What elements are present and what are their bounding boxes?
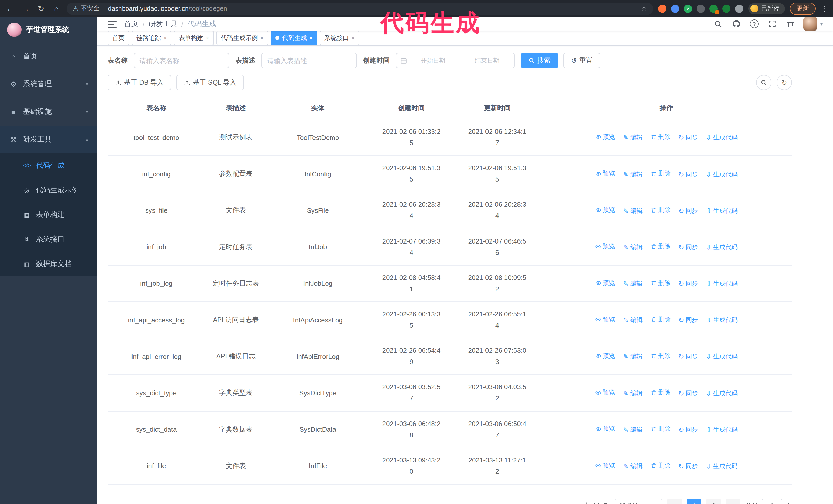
sync-link[interactable]: ↻ 同步 — [679, 280, 698, 288]
close-icon[interactable]: × — [206, 35, 209, 41]
forward-icon[interactable]: → — [21, 4, 31, 13]
generate-code-link[interactable]: ⇩ 生成代码 — [706, 353, 738, 361]
generate-code-link[interactable]: ⇩ 生成代码 — [706, 243, 738, 252]
sidebar-item-codegen-example[interactable]: ◎ 代码生成示例 — [0, 178, 97, 202]
tab-form-builder[interactable]: 表单构建× — [174, 31, 214, 45]
refresh-table-button[interactable]: ↻ — [777, 75, 792, 90]
sidebar-item-codegen[interactable]: </> 代码生成 — [0, 153, 97, 178]
generate-code-link[interactable]: ⇩ 生成代码 — [706, 389, 738, 398]
address-bar[interactable]: ⚠ 不安全 dashboard.yudao.iocoder.cn/tool/co… — [67, 2, 653, 15]
generate-code-link[interactable]: ⇩ 生成代码 — [706, 280, 738, 288]
delete-link[interactable]: 删除 — [650, 352, 670, 360]
preview-link[interactable]: 预览 — [595, 206, 615, 214]
user-menu[interactable]: ▾ — [804, 17, 823, 31]
generate-code-link[interactable]: ⇩ 生成代码 — [706, 170, 738, 179]
page-button-1[interactable]: 1 — [687, 499, 701, 504]
sidebar-item-db-doc[interactable]: ▥ 数据库文档 — [0, 252, 97, 277]
preview-link[interactable]: 预览 — [595, 242, 615, 251]
preview-link[interactable]: 预览 — [595, 169, 615, 178]
close-icon[interactable]: × — [260, 35, 264, 41]
delete-link[interactable]: 删除 — [650, 133, 670, 142]
extension-icon-6[interactable] — [722, 4, 731, 13]
font-size-icon[interactable]: TT — [786, 19, 795, 28]
search-icon[interactable] — [714, 19, 723, 28]
sync-link[interactable]: ↻ 同步 — [679, 134, 698, 142]
close-icon[interactable]: × — [309, 35, 313, 41]
edit-link[interactable]: ✎ 编辑 — [623, 389, 643, 398]
tab-trace[interactable]: 链路追踪× — [132, 31, 171, 45]
sidebar-toggle-icon[interactable] — [108, 20, 117, 27]
preview-link[interactable]: 预览 — [595, 352, 615, 360]
close-icon[interactable]: × — [164, 35, 167, 41]
edit-link[interactable]: ✎ 编辑 — [623, 243, 643, 252]
extension-icon-5[interactable] — [710, 4, 718, 13]
sync-link[interactable]: ↻ 同步 — [679, 426, 698, 434]
help-icon[interactable]: ? — [750, 19, 759, 28]
edit-link[interactable]: ✎ 编辑 — [623, 207, 643, 215]
extension-icon-1[interactable] — [658, 4, 666, 13]
tab-home[interactable]: 首页 — [108, 31, 129, 45]
preview-link[interactable]: 预览 — [595, 315, 615, 324]
profile-paused-chip[interactable]: 已暂停 — [748, 3, 785, 14]
edit-link[interactable]: ✎ 编辑 — [623, 280, 643, 288]
sync-link[interactable]: ↻ 同步 — [679, 353, 698, 361]
home-icon[interactable]: ⌂ — [51, 4, 62, 13]
generate-code-link[interactable]: ⇩ 生成代码 — [706, 316, 738, 325]
sidebar-item-home[interactable]: ⌂ 首页 — [0, 43, 97, 70]
browser-menu-icon[interactable]: ⋮ — [821, 4, 828, 13]
next-page-button[interactable]: › — [726, 499, 740, 504]
page-size-select[interactable]: 10条/页 ▾ — [615, 499, 662, 504]
github-icon[interactable] — [732, 19, 741, 28]
breadcrumb-home[interactable]: 首页 — [124, 19, 138, 28]
security-chip[interactable]: ⚠ 不安全 — [73, 4, 99, 13]
preview-link[interactable]: 预览 — [595, 461, 615, 470]
table-desc-input[interactable] — [261, 53, 357, 68]
back-icon[interactable]: ← — [5, 4, 15, 13]
breadcrumb-devtools[interactable]: 研发工具 — [149, 19, 177, 28]
extension-icon-3[interactable]: V — [684, 4, 692, 13]
delete-link[interactable]: 删除 — [650, 169, 670, 178]
delete-link[interactable]: 删除 — [650, 315, 670, 324]
date-range-picker[interactable]: 开始日期 - 结束日期 — [396, 53, 515, 68]
tab-codegen[interactable]: 代码生成× — [271, 31, 317, 45]
sync-link[interactable]: ↻ 同步 — [679, 170, 698, 179]
tab-system-api[interactable]: 系统接口× — [320, 31, 360, 45]
sidebar-item-form-builder[interactable]: ▦ 表单构建 — [0, 202, 97, 227]
close-icon[interactable]: × — [352, 35, 355, 41]
edit-link[interactable]: ✎ 编辑 — [623, 134, 643, 142]
preview-link[interactable]: 预览 — [595, 425, 615, 433]
sync-link[interactable]: ↻ 同步 — [679, 243, 698, 252]
delete-link[interactable]: 删除 — [650, 279, 670, 287]
generate-code-link[interactable]: ⇩ 生成代码 — [706, 207, 738, 215]
sync-link[interactable]: ↻ 同步 — [679, 207, 698, 215]
generate-code-link[interactable]: ⇩ 生成代码 — [706, 462, 738, 471]
sidebar-item-infrastructure[interactable]: ▣ 基础设施 ▾ — [0, 98, 97, 126]
sidebar-item-system-api[interactable]: ⇅ 系统接口 — [0, 227, 97, 252]
delete-link[interactable]: 删除 — [650, 425, 670, 433]
edit-link[interactable]: ✎ 编辑 — [623, 353, 643, 361]
preview-link[interactable]: 预览 — [595, 279, 615, 287]
delete-link[interactable]: 删除 — [650, 461, 670, 470]
reload-icon[interactable]: ↻ — [36, 4, 46, 13]
bookmark-star-icon[interactable]: ☆ — [641, 5, 647, 12]
goto-page-input[interactable] — [762, 499, 782, 504]
page-button-2[interactable]: 2 — [706, 499, 721, 504]
extension-icon-4[interactable] — [697, 4, 705, 13]
prev-page-button[interactable]: ‹ — [667, 499, 682, 504]
extension-icon-2[interactable] — [671, 4, 679, 13]
puzzle-icon[interactable] — [735, 4, 743, 13]
search-button[interactable]: 搜索 — [521, 53, 558, 68]
toggle-search-button[interactable] — [756, 75, 771, 90]
edit-link[interactable]: ✎ 编辑 — [623, 170, 643, 179]
delete-link[interactable]: 删除 — [650, 206, 670, 214]
reset-button[interactable]: ↺ 重置 — [563, 53, 600, 68]
import-sql-button[interactable]: 基于 SQL 导入 — [176, 75, 244, 90]
delete-link[interactable]: 删除 — [650, 388, 670, 397]
generate-code-link[interactable]: ⇩ 生成代码 — [706, 134, 738, 142]
sidebar-item-devtools[interactable]: ⚒ 研发工具 ▴ — [0, 126, 97, 153]
edit-link[interactable]: ✎ 编辑 — [623, 426, 643, 434]
preview-link[interactable]: 预览 — [595, 133, 615, 142]
edit-link[interactable]: ✎ 编辑 — [623, 462, 643, 471]
import-db-button[interactable]: 基于 DB 导入 — [108, 75, 171, 90]
preview-link[interactable]: 预览 — [595, 388, 615, 397]
